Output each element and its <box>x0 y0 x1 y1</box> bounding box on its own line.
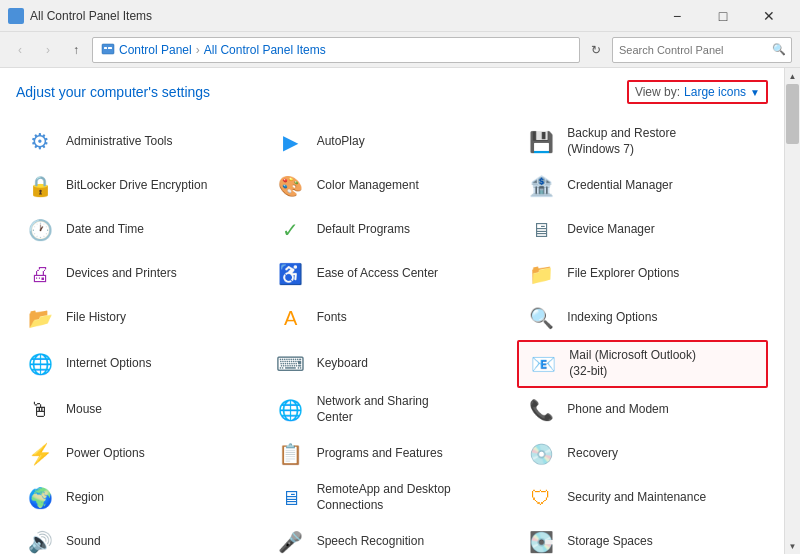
date-time-label: Date and Time <box>66 222 144 238</box>
breadcrumb-sep1: › <box>196 43 200 57</box>
svg-rect-6 <box>108 47 112 49</box>
scroll-track[interactable] <box>785 84 800 538</box>
control-item-programs-features[interactable]: 📋Programs and Features <box>267 432 518 476</box>
svg-rect-4 <box>102 44 114 54</box>
internet-options-icon: 🌐 <box>24 348 56 380</box>
items-grid: ⚙Administrative Tools▶AutoPlay💾Backup an… <box>16 120 768 554</box>
date-time-icon: 🕐 <box>24 214 56 246</box>
control-item-region[interactable]: 🌍Region <box>16 476 267 520</box>
network-sharing-label: Network and SharingCenter <box>317 394 429 425</box>
control-item-date-time[interactable]: 🕐Date and Time <box>16 208 267 252</box>
scrollbar[interactable]: ▲ ▼ <box>784 68 800 554</box>
main-container: Adjust your computer's settings View by:… <box>0 68 800 554</box>
control-item-security-maintenance[interactable]: 🛡Security and Maintenance <box>517 476 768 520</box>
phone-modem-label: Phone and Modem <box>567 402 668 418</box>
control-item-credential-manager[interactable]: 🏦Credential Manager <box>517 164 768 208</box>
scroll-up-button[interactable]: ▲ <box>785 68 801 84</box>
window-controls: − □ ✕ <box>654 0 792 32</box>
address-path[interactable]: Control Panel › All Control Panel Items <box>92 37 580 63</box>
control-item-network-sharing[interactable]: 🌐Network and SharingCenter <box>267 388 518 432</box>
breadcrumb-all-items[interactable]: All Control Panel Items <box>204 43 326 57</box>
up-button[interactable]: ↑ <box>64 38 88 62</box>
control-item-color-management[interactable]: 🎨Color Management <box>267 164 518 208</box>
page-title: Adjust your computer's settings <box>16 84 210 100</box>
refresh-button[interactable]: ↻ <box>584 38 608 62</box>
network-sharing-icon: 🌐 <box>275 394 307 426</box>
speech-recognition-label: Speech Recognition <box>317 534 424 550</box>
control-item-default-programs[interactable]: ✓Default Programs <box>267 208 518 252</box>
device-manager-icon: 🖥 <box>525 214 557 246</box>
control-item-autoplay[interactable]: ▶AutoPlay <box>267 120 518 164</box>
svg-rect-1 <box>17 9 23 15</box>
credential-manager-label: Credential Manager <box>567 178 672 194</box>
control-item-file-explorer[interactable]: 📁File Explorer Options <box>517 252 768 296</box>
control-item-recovery[interactable]: 💿Recovery <box>517 432 768 476</box>
fonts-icon: A <box>275 302 307 334</box>
power-options-label: Power Options <box>66 446 145 462</box>
minimize-button[interactable]: − <box>654 0 700 32</box>
control-item-mail[interactable]: 📧Mail (Microsoft Outlook)(32-bit) <box>517 340 768 388</box>
control-item-storage-spaces[interactable]: 💽Storage Spaces <box>517 520 768 554</box>
address-bar: ‹ › ↑ Control Panel › All Control Panel … <box>0 32 800 68</box>
view-by-container[interactable]: View by: Large icons ▼ <box>627 80 768 104</box>
remoteapp-label: RemoteApp and DesktopConnections <box>317 482 451 513</box>
region-label: Region <box>66 490 104 506</box>
svg-rect-0 <box>9 9 15 15</box>
keyboard-label: Keyboard <box>317 356 368 372</box>
control-item-bitlocker[interactable]: 🔒BitLocker Drive Encryption <box>16 164 267 208</box>
control-item-file-history[interactable]: 📂File History <box>16 296 267 340</box>
control-item-admin-tools[interactable]: ⚙Administrative Tools <box>16 120 267 164</box>
scroll-thumb[interactable] <box>786 84 799 144</box>
backup-restore-label: Backup and Restore(Windows 7) <box>567 126 676 157</box>
autoplay-label: AutoPlay <box>317 134 365 150</box>
view-by-arrow-icon: ▼ <box>750 87 760 98</box>
control-item-power-options[interactable]: ⚡Power Options <box>16 432 267 476</box>
control-item-remoteapp[interactable]: 🖥RemoteApp and DesktopConnections <box>267 476 518 520</box>
color-management-icon: 🎨 <box>275 170 307 202</box>
breadcrumb-control-panel[interactable]: Control Panel <box>119 43 192 57</box>
control-item-ease-access[interactable]: ♿Ease of Access Center <box>267 252 518 296</box>
device-manager-label: Device Manager <box>567 222 654 238</box>
region-icon: 🌍 <box>24 482 56 514</box>
mail-icon: 📧 <box>527 348 559 380</box>
view-by-value[interactable]: Large icons <box>684 85 746 99</box>
scroll-down-button[interactable]: ▼ <box>785 538 801 554</box>
bitlocker-icon: 🔒 <box>24 170 56 202</box>
close-button[interactable]: ✕ <box>746 0 792 32</box>
autoplay-icon: ▶ <box>275 126 307 158</box>
internet-options-label: Internet Options <box>66 356 151 372</box>
control-item-backup-restore[interactable]: 💾Backup and Restore(Windows 7) <box>517 120 768 164</box>
security-maintenance-label: Security and Maintenance <box>567 490 706 506</box>
forward-button[interactable]: › <box>36 38 60 62</box>
control-item-devices-printers[interactable]: 🖨Devices and Printers <box>16 252 267 296</box>
control-item-internet-options[interactable]: 🌐Internet Options <box>16 340 267 388</box>
control-item-mouse[interactable]: 🖱Mouse <box>16 388 267 432</box>
sound-icon: 🔊 <box>24 526 56 554</box>
control-item-fonts[interactable]: AFonts <box>267 296 518 340</box>
search-input[interactable] <box>613 44 767 56</box>
control-item-phone-modem[interactable]: 📞Phone and Modem <box>517 388 768 432</box>
app-icon <box>8 8 24 24</box>
content-area: Adjust your computer's settings View by:… <box>0 68 784 554</box>
control-item-sound[interactable]: 🔊Sound <box>16 520 267 554</box>
control-item-keyboard[interactable]: ⌨Keyboard <box>267 340 518 388</box>
recovery-label: Recovery <box>567 446 618 462</box>
window-title: All Control Panel Items <box>30 9 654 23</box>
maximize-button[interactable]: □ <box>700 0 746 32</box>
back-button[interactable]: ‹ <box>8 38 32 62</box>
indexing-label: Indexing Options <box>567 310 657 326</box>
control-item-device-manager[interactable]: 🖥Device Manager <box>517 208 768 252</box>
color-management-label: Color Management <box>317 178 419 194</box>
search-icon[interactable]: 🔍 <box>767 38 791 62</box>
mouse-icon: 🖱 <box>24 394 56 426</box>
power-options-icon: ⚡ <box>24 438 56 470</box>
control-item-indexing[interactable]: 🔍Indexing Options <box>517 296 768 340</box>
control-item-speech-recognition[interactable]: 🎤Speech Recognition <box>267 520 518 554</box>
phone-modem-icon: 📞 <box>525 394 557 426</box>
storage-spaces-icon: 💽 <box>525 526 557 554</box>
programs-features-icon: 📋 <box>275 438 307 470</box>
search-box[interactable]: 🔍 <box>612 37 792 63</box>
devices-printers-label: Devices and Printers <box>66 266 177 282</box>
programs-features-label: Programs and Features <box>317 446 443 462</box>
default-programs-label: Default Programs <box>317 222 410 238</box>
